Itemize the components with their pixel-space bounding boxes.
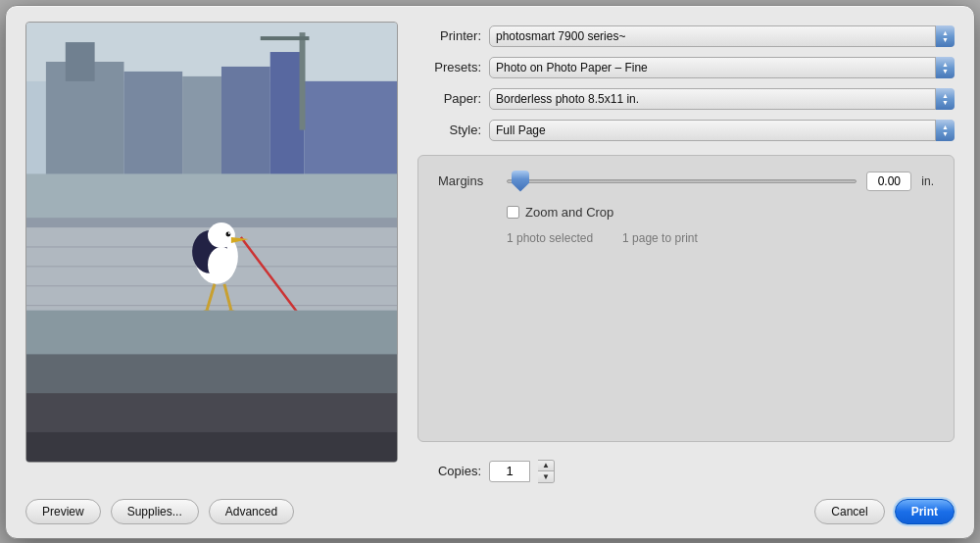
cancel-button[interactable]: Cancel bbox=[814, 499, 884, 524]
margins-value-box: 0.00 bbox=[866, 172, 911, 191]
info-row: 1 photo selected 1 page to print bbox=[438, 231, 934, 245]
info-pages: 1 page to print bbox=[622, 231, 698, 245]
margins-value: 0.00 bbox=[878, 174, 901, 188]
margins-slider-track[interactable] bbox=[507, 179, 857, 183]
margins-unit: in. bbox=[921, 174, 934, 188]
bottom-bar: Preview Supplies... Advanced Cancel Prin… bbox=[25, 495, 955, 524]
svg-rect-9 bbox=[300, 32, 306, 129]
zoom-crop-row: Zoom and Crop bbox=[438, 205, 934, 220]
copies-input[interactable] bbox=[489, 461, 530, 482]
preview-button[interactable]: Preview bbox=[25, 499, 101, 524]
copies-stepper-down[interactable]: ▼ bbox=[538, 471, 554, 482]
copies-row: Copies: ▲ ▼ bbox=[417, 460, 955, 483]
paper-select[interactable]: Borderless photo 8.5x11 in. bbox=[489, 88, 955, 110]
paper-row: Paper: Borderless photo 8.5x11 in. bbox=[417, 88, 955, 110]
supplies-button[interactable]: Supplies... bbox=[111, 499, 199, 524]
svg-point-21 bbox=[208, 246, 235, 281]
svg-point-25 bbox=[228, 232, 230, 234]
main-area: Printer: photosmart 7900 series~ Presets… bbox=[25, 22, 955, 483]
bottom-right-buttons: Cancel Print bbox=[814, 499, 955, 524]
svg-rect-7 bbox=[270, 52, 305, 178]
bottom-left-buttons: Preview Supplies... Advanced bbox=[25, 499, 294, 524]
style-select-wrapper[interactable]: Full Page bbox=[489, 120, 955, 141]
svg-rect-37 bbox=[26, 431, 397, 461]
margins-row: Margins 0.00 in. bbox=[438, 172, 934, 191]
svg-rect-8 bbox=[305, 80, 398, 177]
style-label: Style: bbox=[417, 123, 481, 137]
print-dialog: Printer: photosmart 7900 series~ Presets… bbox=[5, 5, 975, 539]
printer-select[interactable]: photosmart 7900 series~ bbox=[489, 25, 955, 47]
print-button[interactable]: Print bbox=[895, 499, 955, 524]
paper-select-wrapper[interactable]: Borderless photo 8.5x11 in. bbox=[489, 88, 955, 110]
svg-point-24 bbox=[225, 231, 230, 236]
paper-label: Paper: bbox=[417, 91, 481, 106]
copies-stepper-up[interactable]: ▲ bbox=[538, 461, 554, 471]
advanced-button[interactable]: Advanced bbox=[209, 499, 294, 524]
zoom-crop-checkbox[interactable] bbox=[507, 206, 519, 219]
preview-image bbox=[26, 23, 397, 462]
presets-select-wrapper[interactable]: Photo on Photo Paper – Fine bbox=[489, 57, 955, 78]
photo-preview bbox=[25, 22, 398, 463]
svg-point-22 bbox=[208, 222, 235, 248]
options-panel: Margins 0.00 in. Zoom and Crop 1 p bbox=[417, 155, 955, 442]
svg-rect-11 bbox=[26, 173, 397, 222]
margins-label: Margins bbox=[438, 173, 497, 188]
printer-select-wrapper[interactable]: photosmart 7900 series~ bbox=[489, 25, 955, 47]
svg-rect-6 bbox=[221, 66, 270, 177]
controls-panel: Printer: photosmart 7900 series~ Presets… bbox=[417, 22, 955, 483]
printer-row: Printer: photosmart 7900 series~ bbox=[417, 25, 955, 47]
copies-label: Copies: bbox=[417, 464, 481, 478]
presets-row: Presets: Photo on Photo Paper – Fine bbox=[417, 57, 955, 78]
zoom-crop-label: Zoom and Crop bbox=[525, 205, 613, 220]
svg-rect-10 bbox=[261, 36, 310, 40]
info-selected: 1 photo selected bbox=[507, 231, 593, 245]
copies-stepper[interactable]: ▲ ▼ bbox=[538, 460, 555, 483]
presets-label: Presets: bbox=[417, 60, 481, 74]
svg-rect-5 bbox=[182, 75, 221, 177]
style-row: Style: Full Page bbox=[417, 120, 955, 141]
style-select[interactable]: Full Page bbox=[489, 120, 955, 141]
margins-slider-thumb[interactable] bbox=[512, 171, 529, 192]
printer-label: Printer: bbox=[417, 28, 481, 43]
presets-select[interactable]: Photo on Photo Paper – Fine bbox=[489, 57, 955, 78]
svg-rect-4 bbox=[123, 71, 182, 177]
svg-rect-3 bbox=[66, 42, 95, 81]
